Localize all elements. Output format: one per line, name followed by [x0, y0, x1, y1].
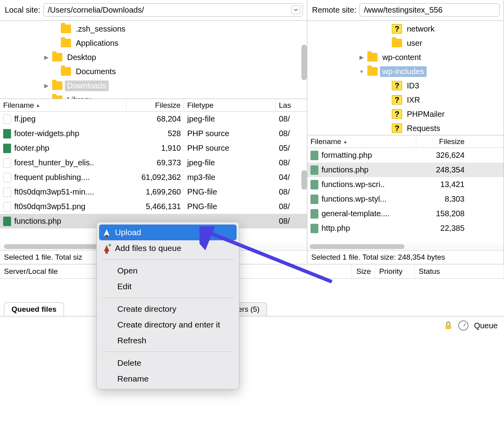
file-row[interactable]: forest_hunter_by_elis..69,373jpeg-file08…: [0, 155, 307, 170]
file-modified: 08/: [276, 158, 303, 167]
menu-refresh[interactable]: Refresh: [97, 333, 239, 348]
tree-label: Requests: [404, 123, 443, 134]
col-status[interactable]: Status: [415, 264, 504, 278]
expander-icon[interactable]: ▶: [43, 54, 50, 61]
tree-item[interactable]: ?network: [307, 22, 504, 36]
menu-create-directory[interactable]: Create directory: [97, 301, 239, 317]
expander-icon[interactable]: ▾: [358, 68, 365, 75]
hscroll-thumb[interactable]: [310, 244, 404, 249]
tree-label: Applications: [73, 38, 121, 49]
file-modified: 05/: [276, 144, 303, 153]
file-type: jpeg-file: [184, 158, 276, 167]
expander-icon[interactable]: ▶: [43, 96, 50, 99]
chevron-down-icon[interactable]: [291, 6, 300, 14]
expander-icon[interactable]: [382, 39, 389, 47]
tree-label: Documents: [73, 66, 118, 77]
local-tree[interactable]: .zsh_sessionsApplications▶DesktopDocumen…: [0, 21, 307, 99]
folder-icon: [367, 67, 378, 76]
menu-open[interactable]: Open: [97, 263, 239, 279]
col-filetype[interactable]: Filetype: [184, 99, 276, 111]
expander-icon[interactable]: [382, 82, 389, 89]
tree-item[interactable]: ?Requests: [307, 121, 504, 135]
expander-icon[interactable]: [382, 110, 389, 118]
col-filesize[interactable]: Filesize: [416, 135, 468, 148]
file-row[interactable]: ft0s0dqm3wp51-min....1,699,260PNG-file08…: [0, 185, 307, 199]
tree-label: IXR: [404, 95, 422, 105]
expander-icon[interactable]: [382, 125, 389, 132]
menu-edit[interactable]: Edit: [97, 279, 239, 294]
tree-label: Downloads: [65, 80, 109, 91]
tree-item[interactable]: Applications: [0, 36, 307, 50]
tree-item[interactable]: ▾wp-includes: [307, 64, 504, 79]
add-queue-icon: [104, 245, 109, 251]
file-row[interactable]: footer.php1,910PHP source05/: [0, 141, 307, 155]
tree-item[interactable]: Documents: [0, 64, 307, 79]
file-modified: 08/: [276, 129, 303, 138]
folder-icon: [61, 67, 71, 76]
tree-item[interactable]: ▶Library: [0, 93, 307, 99]
scrollbar-thumb[interactable]: [301, 170, 307, 190]
scrollbar-thumb[interactable]: [301, 45, 307, 80]
local-path-combo[interactable]: [43, 3, 303, 17]
file-row[interactable]: general-template....158,208: [307, 206, 504, 221]
remote-tree[interactable]: ?networkuser▶wp-content▾wp-includes?ID3?…: [307, 21, 504, 135]
file-row[interactable]: ff.jpeg68,204jpeg-file08/: [0, 112, 307, 126]
file-row[interactable]: frequent publishing....61,092,362mp3-fil…: [0, 170, 307, 185]
file-row[interactable]: functions.wp-styl...8,303: [307, 192, 504, 206]
col-lastmod[interactable]: Las: [276, 99, 303, 111]
file-size: 13,421: [416, 180, 468, 189]
remote-path-input[interactable]: [364, 6, 497, 15]
tab-queued-files[interactable]: Queued files: [4, 302, 64, 316]
file-row[interactable]: footer-widgets.php528PHP source08/: [0, 126, 307, 141]
unknown-folder-icon: ?: [392, 95, 402, 105]
expander-icon[interactable]: [382, 96, 389, 103]
file-row[interactable]: functions.wp-scri..13,421: [307, 177, 504, 192]
tree-item[interactable]: user: [307, 36, 504, 50]
file-name: ft0s0dqm3wp51-min....: [14, 187, 94, 197]
col-filename[interactable]: Filename▲: [0, 99, 126, 111]
queue-label: Queue: [474, 321, 498, 330]
menu-rename[interactable]: Rename: [97, 371, 239, 387]
menu-delete[interactable]: Delete: [97, 355, 239, 371]
local-path-input[interactable]: [48, 6, 291, 15]
file-row[interactable]: ft0s0dqm3wp51.png5,466,131PNG-file08/: [0, 199, 307, 214]
tree-item[interactable]: ?PHPMailer: [307, 107, 504, 121]
expander-icon[interactable]: [382, 25, 389, 32]
col-priority[interactable]: Priority: [375, 264, 415, 278]
tree-label: network: [404, 24, 437, 34]
col-filesize[interactable]: Filesize: [126, 99, 184, 111]
menu-create-directory-enter[interactable]: Create directory and enter it: [97, 317, 239, 333]
tree-item[interactable]: ▶Downloads: [0, 79, 307, 93]
folder-icon: [52, 81, 62, 90]
file-size: 248,354: [416, 165, 468, 174]
sort-asc-icon: ▲: [343, 139, 348, 144]
col-filename[interactable]: Filename▲: [307, 135, 416, 148]
file-name: formatting.php: [322, 151, 372, 160]
tree-item[interactable]: ▶Desktop: [0, 50, 307, 64]
expander-icon[interactable]: [51, 25, 58, 32]
file-row[interactable]: formatting.php326,624: [307, 148, 504, 163]
remote-file-grid[interactable]: Filename▲ Filesize formatting.php326,624…: [307, 135, 504, 250]
php-file-icon: [3, 217, 11, 226]
file-size: 5,466,131: [126, 202, 184, 211]
tree-item[interactable]: ▶wp-content: [307, 50, 504, 64]
tree-label: Library: [65, 95, 94, 99]
expander-icon[interactable]: [51, 39, 58, 47]
file-modified: 08/: [276, 187, 303, 197]
remote-site-label: Remote site:: [312, 6, 356, 15]
tree-item[interactable]: ?ID3: [307, 79, 504, 93]
col-size[interactable]: Size: [352, 264, 375, 278]
file-size: 1,699,260: [126, 187, 184, 197]
expander-icon[interactable]: [51, 68, 58, 75]
tree-item[interactable]: ?IXR: [307, 93, 504, 107]
remote-path-combo[interactable]: [359, 3, 500, 17]
file-name: functions.php: [14, 217, 61, 226]
file-name: general-template....: [322, 209, 389, 218]
expander-icon[interactable]: ▶: [358, 54, 365, 61]
file-row[interactable]: http.php22,385: [307, 221, 504, 236]
menu-add-to-queue[interactable]: Add files to queue: [97, 240, 239, 256]
file-row[interactable]: functions.php248,354: [307, 163, 504, 177]
expander-icon[interactable]: ▶: [43, 82, 50, 89]
tree-item[interactable]: .zsh_sessions: [0, 22, 307, 36]
menu-upload[interactable]: Upload: [99, 225, 237, 240]
